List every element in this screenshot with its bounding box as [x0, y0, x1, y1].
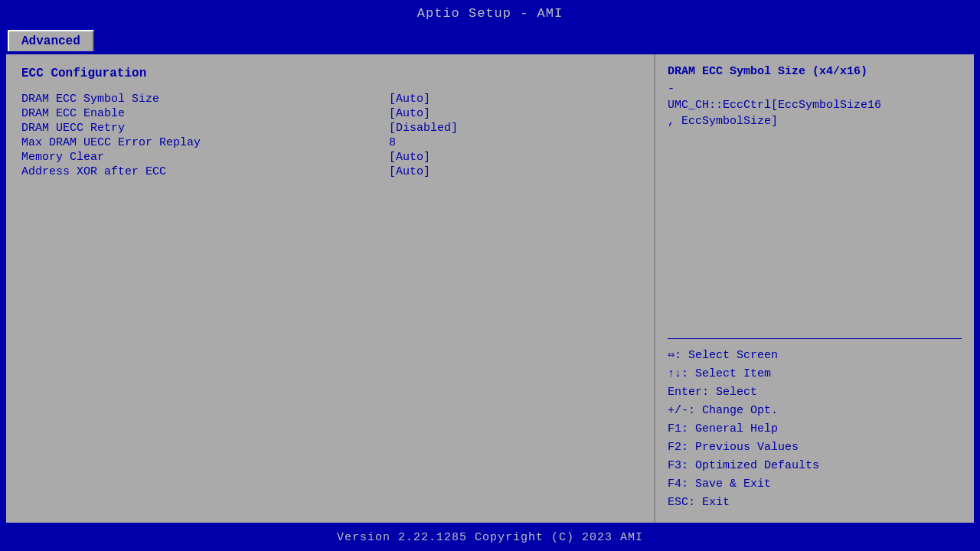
tab-bar: Advanced	[0, 27, 980, 51]
config-value: [Auto]	[389, 151, 430, 164]
key-general-help: F1: General Help	[668, 420, 962, 439]
left-panel: ECC Configuration DRAM ECC Symbol Size […	[6, 54, 655, 523]
app-title: Aptio Setup - AMI	[417, 6, 563, 21]
config-value: [Auto]	[389, 107, 430, 120]
key-select-screen: ⇔: Select Screen	[668, 347, 962, 365]
top-bar: Aptio Setup - AMI	[0, 0, 980, 27]
config-value: [Disabled]	[389, 122, 458, 135]
config-item-dram-uecc-retry[interactable]: DRAM UECC Retry [Disabled]	[21, 122, 639, 135]
config-label: Address XOR after ECC	[21, 165, 389, 178]
right-panel: DRAM ECC Symbol Size (x4/x16) - UMC_CH::…	[655, 54, 974, 523]
config-value: [Auto]	[389, 93, 430, 106]
footer-text: Version 2.22.1285 Copyright (C) 2023 AMI	[337, 531, 643, 544]
config-label: DRAM ECC Enable	[21, 107, 389, 120]
config-label: Memory Clear	[21, 151, 389, 164]
config-label: DRAM UECC Retry	[21, 122, 389, 135]
key-previous-values: F2: Previous Values	[668, 439, 962, 457]
bottom-bar: Version 2.22.1285 Copyright (C) 2023 AMI	[0, 526, 980, 549]
config-label: Max DRAM UECC Error Replay	[21, 136, 389, 149]
config-item-address-xor[interactable]: Address XOR after ECC [Auto]	[21, 165, 639, 178]
config-label: DRAM ECC Symbol Size	[21, 93, 389, 106]
key-save-exit: F4: Save & Exit	[668, 475, 962, 494]
main-container: ECC Configuration DRAM ECC Symbol Size […	[6, 54, 974, 523]
config-item-dram-ecc-enable[interactable]: DRAM ECC Enable [Auto]	[21, 107, 639, 120]
key-select-item: ↑↓: Select Item	[668, 365, 962, 383]
tab-advanced[interactable]: Advanced	[8, 30, 94, 51]
config-value: [Auto]	[389, 165, 430, 178]
key-optimized-defaults: F3: Optimized Defaults	[668, 457, 962, 475]
help-text: - UMC_CH::EccCtrl[EccSymbolSize16 , EccS…	[668, 81, 962, 331]
key-help: ⇔: Select Screen ↑↓: Select Item Enter: …	[668, 347, 962, 512]
key-change-opt: +/-: Change Opt.	[668, 402, 962, 420]
help-body: - UMC_CH::EccCtrl[EccSymbolSize16 , EccS…	[668, 83, 881, 128]
config-item-memory-clear[interactable]: Memory Clear [Auto]	[21, 151, 639, 164]
config-item-dram-ecc-symbol-size[interactable]: DRAM ECC Symbol Size [Auto]	[21, 93, 639, 106]
divider	[668, 338, 962, 339]
config-item-max-dram-uecc[interactable]: Max DRAM UECC Error Replay 8	[21, 136, 639, 149]
key-enter-select: Enter: Select	[668, 383, 962, 402]
config-value: 8	[389, 136, 396, 149]
help-title: DRAM ECC Symbol Size (x4/x16)	[668, 65, 962, 78]
key-esc-exit: ESC: Exit	[668, 494, 962, 512]
section-title: ECC Configuration	[21, 67, 639, 80]
